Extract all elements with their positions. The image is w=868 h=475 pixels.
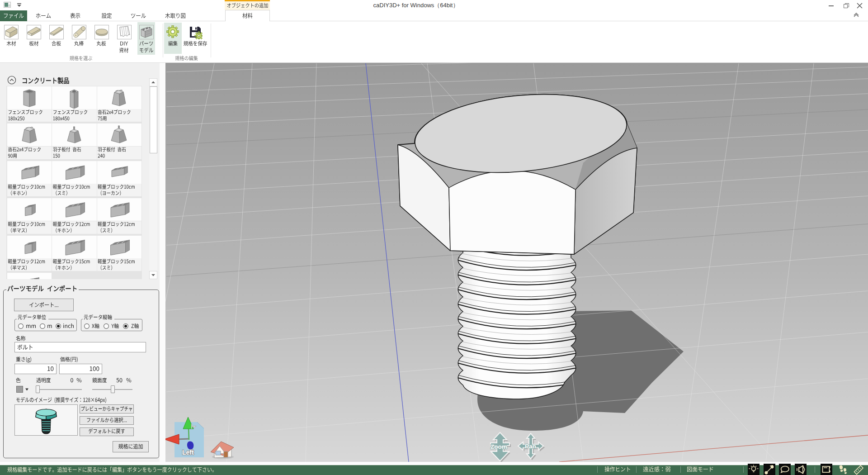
svg-text:Zoom: Zoom (491, 443, 507, 450)
svg-text:Pan: Pan (525, 443, 536, 450)
svg-text:Left: Left (182, 449, 194, 456)
